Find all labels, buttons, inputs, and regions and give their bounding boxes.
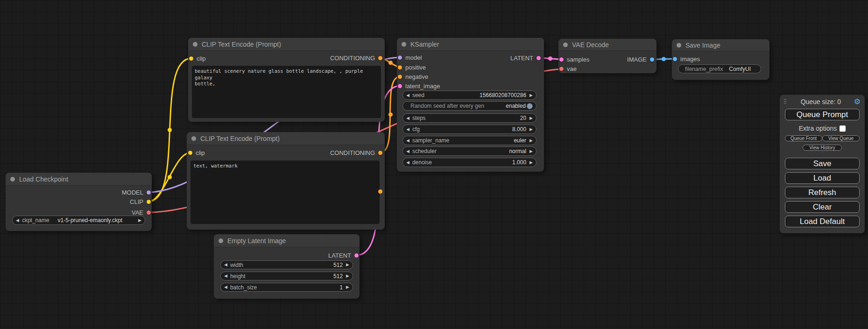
input-port-positive[interactable]: positive	[398, 63, 426, 71]
batch-size-widget[interactable]: ◀ batch_size 1 ▶	[220, 283, 353, 292]
queue-front-button[interactable]: Queue Front	[785, 135, 822, 141]
denoise-widget[interactable]: ◀ denoise 1.000 ▶	[402, 158, 536, 167]
increment-icon[interactable]: ▶	[529, 127, 533, 132]
output-port-latent[interactable]: LATENT	[510, 54, 541, 62]
link-dot[interactable]	[548, 56, 552, 61]
decrement-icon[interactable]: ◀	[406, 116, 409, 120]
port-dot-model[interactable]	[147, 190, 151, 195]
input-port-latent-image[interactable]: latent_image	[398, 82, 440, 90]
node-header[interactable]: VAE Decode	[558, 39, 656, 51]
decrement-icon[interactable]: ◀	[406, 161, 409, 165]
link-dot[interactable]	[168, 128, 172, 132]
node-clip-text-encode-negative[interactable]: CLIP Text Encode (Prompt) clip CONDITION…	[187, 132, 385, 230]
output-port-clip[interactable]: CLIP	[130, 198, 151, 205]
gear-icon[interactable]: ⚙	[854, 98, 861, 105]
positive-prompt-textarea[interactable]: beautiful scenery nature glass bottle la…	[192, 66, 381, 118]
sampler-name-widget[interactable]: ◀ sampler_name euler ▶	[402, 136, 536, 145]
node-header[interactable]: CLIP Text Encode (Prompt)	[187, 132, 385, 145]
output-port-latent[interactable]: LATENT	[328, 252, 359, 259]
collapse-dot-icon[interactable]	[10, 177, 15, 182]
queue-prompt-button[interactable]: Queue Prompt	[785, 109, 860, 120]
port-dot-conditioning[interactable]	[398, 65, 402, 70]
decrement-icon[interactable]: ◀	[224, 263, 227, 267]
steps-widget[interactable]: ◀ steps 20 ▶	[402, 113, 536, 123]
node-clip-text-encode-positive[interactable]: CLIP Text Encode (Prompt) clip CONDITION…	[188, 38, 385, 122]
port-dot-clip[interactable]	[189, 56, 193, 61]
clear-button[interactable]: Clear	[785, 201, 860, 213]
link-dot[interactable]	[388, 112, 393, 117]
load-default-button[interactable]: Load Default	[785, 216, 860, 227]
filename-prefix-widget[interactable]: filename_prefix ComfyUI	[678, 64, 761, 73]
node-header[interactable]: KSampler	[397, 38, 544, 51]
increment-icon[interactable]: ▶	[529, 149, 533, 154]
node-header[interactable]: Save Image	[672, 39, 769, 51]
node-empty-latent-image[interactable]: Empty Latent Image LATENT ◀ width 512 ▶ …	[214, 234, 360, 299]
port-dot-conditioning[interactable]	[398, 75, 402, 79]
increment-icon[interactable]: ▶	[346, 263, 349, 267]
extra-options-checkbox[interactable]	[840, 126, 846, 132]
input-port-negative[interactable]: negative	[398, 73, 428, 80]
port-dot-latent[interactable]	[398, 84, 402, 88]
input-port-model[interactable]: model	[398, 54, 422, 61]
node-load-checkpoint[interactable]: Load Checkpoint MODEL CLIP VAE ◀ ckpt_na…	[6, 173, 152, 231]
ckpt-name-widget[interactable]: ◀ ckpt_name v1-5-pruned-emaonly.ckpt ▶	[12, 216, 145, 225]
decrement-icon[interactable]: ◀	[16, 218, 19, 223]
port-dot-conditioning[interactable]	[378, 151, 382, 155]
port-dot-latent[interactable]	[354, 253, 359, 258]
output-port-conditioning[interactable]: CONDITIONING	[330, 149, 382, 156]
port-dot-vae[interactable]	[559, 67, 564, 71]
decrement-icon[interactable]: ◀	[224, 285, 227, 289]
node-header[interactable]: Empty Latent Image	[214, 234, 360, 247]
input-port-clip[interactable]: clip	[188, 149, 205, 156]
node-header[interactable]: CLIP Text Encode (Prompt)	[188, 38, 385, 51]
node-vae-decode[interactable]: VAE Decode samples vae IMAGE	[558, 39, 656, 73]
node-header[interactable]: Load Checkpoint	[6, 173, 152, 186]
scheduler-widget[interactable]: ◀ scheduler normal ▶	[402, 147, 536, 156]
increment-icon[interactable]: ▶	[529, 116, 533, 120]
increment-icon[interactable]: ▶	[346, 285, 349, 289]
load-button[interactable]: Load	[785, 172, 860, 184]
port-dot-latent[interactable]	[536, 56, 541, 60]
port-dot-clip[interactable]	[147, 200, 151, 204]
node-ksampler[interactable]: KSampler model positive negative latent_…	[397, 38, 544, 172]
node-save-image[interactable]: Save Image images filename_prefix ComfyU…	[672, 39, 769, 80]
increment-icon[interactable]: ▶	[529, 161, 533, 165]
link-dot[interactable]	[662, 57, 666, 61]
decrement-icon[interactable]: ◀	[224, 274, 227, 278]
toggle-circle-icon[interactable]	[527, 103, 533, 109]
collapse-dot-icon[interactable]	[191, 136, 196, 141]
increment-icon[interactable]: ▶	[346, 274, 349, 278]
input-port-vae[interactable]: vae	[559, 65, 577, 72]
increment-icon[interactable]: ▶	[529, 93, 533, 98]
input-port-samples[interactable]: samples	[559, 56, 589, 63]
port-dot-vae[interactable]	[147, 210, 151, 215]
negative-prompt-textarea[interactable]: text, watermark	[191, 161, 380, 224]
port-dot-clip[interactable]	[188, 151, 192, 155]
link-dot[interactable]	[388, 61, 393, 65]
view-history-button[interactable]: View History	[803, 145, 842, 151]
view-queue-button[interactable]: View Queue	[822, 135, 860, 141]
link-dot[interactable]	[378, 189, 382, 194]
collapse-dot-icon[interactable]	[219, 238, 223, 243]
save-button[interactable]: Save	[785, 158, 860, 169]
collapse-dot-icon[interactable]	[402, 42, 406, 47]
port-dot-image[interactable]	[650, 57, 654, 62]
port-dot-model[interactable]	[398, 56, 402, 60]
decrement-icon[interactable]: ◀	[406, 139, 409, 143]
collapse-dot-icon[interactable]	[563, 42, 568, 47]
increment-icon[interactable]: ▶	[138, 218, 141, 223]
width-widget[interactable]: ◀ width 512 ▶	[220, 260, 353, 269]
height-widget[interactable]: ◀ height 512 ▶	[220, 272, 353, 280]
refresh-button[interactable]: Refresh	[785, 187, 860, 198]
increment-icon[interactable]: ▶	[529, 139, 533, 143]
decrement-icon[interactable]: ◀	[406, 93, 409, 98]
random-seed-toggle-widget[interactable]: Random seed after every gen enabled	[402, 101, 536, 111]
decrement-icon[interactable]: ◀	[406, 127, 409, 132]
output-port-vae[interactable]: VAE	[132, 209, 151, 216]
output-port-image[interactable]: IMAGE	[627, 56, 654, 63]
output-port-conditioning[interactable]: CONDITIONING	[330, 54, 382, 62]
drag-handle-icon[interactable]	[784, 99, 788, 105]
seed-widget[interactable]: ◀ seed 156680208700286 ▶	[402, 91, 536, 100]
port-dot-image[interactable]	[673, 57, 677, 61]
link-dot[interactable]	[168, 175, 172, 179]
